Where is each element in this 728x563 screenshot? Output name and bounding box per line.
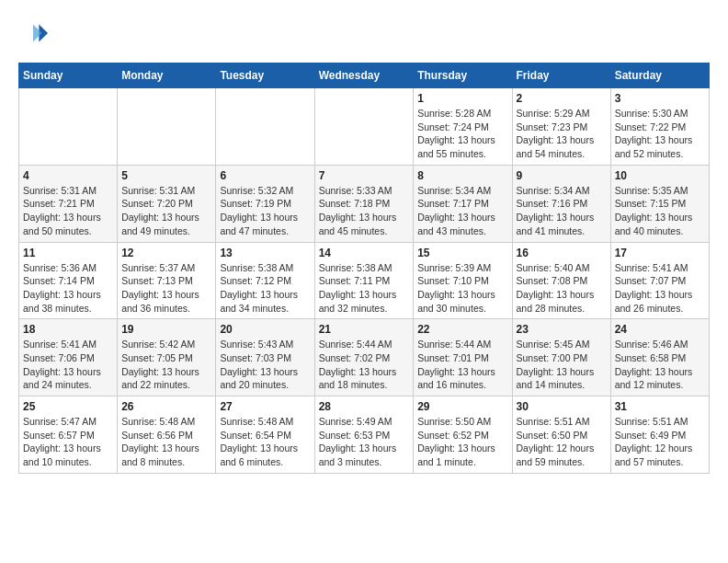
day-info: Sunrise: 5:44 AMSunset: 7:02 PMDaylight:… [319,338,410,392]
day-number: 10 [615,169,705,182]
day-info: Sunrise: 5:41 AMSunset: 7:06 PMDaylight:… [23,338,113,392]
day-number: 25 [23,400,113,413]
calendar-cell: 13Sunrise: 5:38 AMSunset: 7:12 PMDayligh… [216,242,314,319]
day-number: 4 [23,169,113,182]
day-number: 26 [121,400,211,413]
day-header-wednesday: Wednesday [314,63,414,88]
day-number: 18 [23,323,113,336]
calendar-cell: 28Sunrise: 5:49 AMSunset: 6:53 PMDayligh… [314,396,414,474]
calendar-cell [19,88,118,166]
calendar-cell: 29Sunrise: 5:50 AMSunset: 6:52 PMDayligh… [414,396,512,474]
day-header-saturday: Saturday [610,63,709,88]
calendar-cell: 21Sunrise: 5:44 AMSunset: 7:02 PMDayligh… [314,319,414,396]
day-info: Sunrise: 5:40 AMSunset: 7:08 PMDaylight:… [517,261,607,316]
calendar-cell [216,88,314,166]
day-info: Sunrise: 5:34 AMSunset: 7:16 PMDaylight:… [517,184,607,238]
day-info: Sunrise: 5:31 AMSunset: 7:20 PMDaylight:… [121,184,211,238]
calendar-cell: 22Sunrise: 5:44 AMSunset: 7:01 PMDayligh… [414,319,512,396]
calendar-cell: 6Sunrise: 5:32 AMSunset: 7:19 PMDaylight… [216,165,314,242]
day-number: 2 [517,92,607,105]
calendar-cell: 11Sunrise: 5:36 AMSunset: 7:14 PMDayligh… [19,242,118,319]
day-number: 6 [220,169,310,182]
calendar-cell: 4Sunrise: 5:31 AMSunset: 7:21 PMDaylight… [19,165,118,242]
day-number: 1 [417,92,507,105]
day-number: 7 [319,169,410,182]
day-info: Sunrise: 5:44 AMSunset: 7:01 PMDaylight:… [417,338,507,392]
calendar-cell: 10Sunrise: 5:35 AMSunset: 7:15 PMDayligh… [610,165,709,242]
calendar-cell [118,88,216,166]
day-number: 23 [517,323,607,336]
day-info: Sunrise: 5:43 AMSunset: 7:03 PMDaylight:… [220,338,310,392]
day-header-monday: Monday [118,63,216,88]
calendar-body: 1Sunrise: 5:28 AMSunset: 7:24 PMDaylight… [19,88,710,474]
calendar-table: SundayMondayTuesdayWednesdayThursdayFrid… [18,63,710,474]
day-info: Sunrise: 5:30 AMSunset: 7:22 PMDaylight:… [615,107,705,161]
day-number: 22 [417,323,507,336]
calendar-cell: 9Sunrise: 5:34 AMSunset: 7:16 PMDaylight… [512,165,610,242]
calendar-cell: 23Sunrise: 5:45 AMSunset: 7:00 PMDayligh… [512,319,610,396]
calendar-cell [314,88,414,166]
day-number: 20 [220,323,310,336]
page-header [18,18,710,48]
day-info: Sunrise: 5:50 AMSunset: 6:52 PMDaylight:… [417,415,507,469]
calendar-cell: 27Sunrise: 5:48 AMSunset: 6:54 PMDayligh… [216,396,314,474]
calendar-cell: 1Sunrise: 5:28 AMSunset: 7:24 PMDaylight… [414,88,512,166]
day-number: 27 [220,400,310,413]
day-info: Sunrise: 5:48 AMSunset: 6:56 PMDaylight:… [121,415,211,469]
day-number: 29 [417,400,507,413]
day-info: Sunrise: 5:28 AMSunset: 7:24 PMDaylight:… [417,107,507,161]
day-header-tuesday: Tuesday [216,63,314,88]
day-info: Sunrise: 5:47 AMSunset: 6:57 PMDaylight:… [23,415,113,469]
day-info: Sunrise: 5:38 AMSunset: 7:11 PMDaylight:… [319,261,410,316]
day-header-friday: Friday [512,63,610,88]
calendar-cell: 17Sunrise: 5:41 AMSunset: 7:07 PMDayligh… [610,242,709,319]
day-info: Sunrise: 5:29 AMSunset: 7:23 PMDaylight:… [517,107,607,161]
calendar-cell: 14Sunrise: 5:38 AMSunset: 7:11 PMDayligh… [314,242,414,319]
day-info: Sunrise: 5:39 AMSunset: 7:10 PMDaylight:… [417,261,507,316]
calendar-cell: 30Sunrise: 5:51 AMSunset: 6:50 PMDayligh… [512,396,610,474]
calendar-cell: 3Sunrise: 5:30 AMSunset: 7:22 PMDaylight… [610,88,709,166]
day-number: 30 [517,400,607,413]
calendar-cell: 7Sunrise: 5:33 AMSunset: 7:18 PMDaylight… [314,165,414,242]
calendar-cell: 8Sunrise: 5:34 AMSunset: 7:17 PMDaylight… [414,165,512,242]
day-info: Sunrise: 5:38 AMSunset: 7:12 PMDaylight:… [220,261,310,316]
logo [18,18,51,48]
calendar-cell: 16Sunrise: 5:40 AMSunset: 7:08 PMDayligh… [512,242,610,319]
day-number: 8 [417,169,507,182]
calendar-cell: 18Sunrise: 5:41 AMSunset: 7:06 PMDayligh… [19,319,118,396]
week-row-2: 4Sunrise: 5:31 AMSunset: 7:21 PMDaylight… [19,165,710,242]
day-info: Sunrise: 5:31 AMSunset: 7:21 PMDaylight:… [23,184,113,238]
day-info: Sunrise: 5:51 AMSunset: 6:50 PMDaylight:… [517,415,607,469]
day-number: 3 [615,92,705,105]
calendar-cell: 24Sunrise: 5:46 AMSunset: 6:58 PMDayligh… [610,319,709,396]
logo-icon [18,18,48,48]
day-info: Sunrise: 5:46 AMSunset: 6:58 PMDaylight:… [615,338,705,392]
day-number: 5 [121,169,211,182]
day-info: Sunrise: 5:49 AMSunset: 6:53 PMDaylight:… [319,415,410,469]
day-number: 11 [23,247,113,259]
day-info: Sunrise: 5:41 AMSunset: 7:07 PMDaylight:… [615,261,705,316]
day-number: 17 [615,247,705,259]
day-info: Sunrise: 5:35 AMSunset: 7:15 PMDaylight:… [615,184,705,238]
week-row-1: 1Sunrise: 5:28 AMSunset: 7:24 PMDaylight… [19,88,710,166]
day-info: Sunrise: 5:36 AMSunset: 7:14 PMDaylight:… [23,261,113,316]
calendar-cell: 26Sunrise: 5:48 AMSunset: 6:56 PMDayligh… [118,396,216,474]
day-number: 9 [517,169,607,182]
day-number: 24 [615,323,705,336]
day-number: 13 [220,247,310,259]
week-row-3: 11Sunrise: 5:36 AMSunset: 7:14 PMDayligh… [19,242,710,319]
week-row-4: 18Sunrise: 5:41 AMSunset: 7:06 PMDayligh… [19,319,710,396]
day-number: 31 [615,400,705,413]
calendar-cell: 5Sunrise: 5:31 AMSunset: 7:20 PMDaylight… [118,165,216,242]
calendar-header: SundayMondayTuesdayWednesdayThursdayFrid… [19,63,710,88]
header-row: SundayMondayTuesdayWednesdayThursdayFrid… [19,63,710,88]
week-row-5: 25Sunrise: 5:47 AMSunset: 6:57 PMDayligh… [19,396,710,474]
calendar-cell: 15Sunrise: 5:39 AMSunset: 7:10 PMDayligh… [414,242,512,319]
day-info: Sunrise: 5:51 AMSunset: 6:49 PMDaylight:… [615,415,705,469]
day-header-thursday: Thursday [414,63,512,88]
day-number: 28 [319,400,410,413]
day-number: 15 [417,247,507,259]
day-info: Sunrise: 5:42 AMSunset: 7:05 PMDaylight:… [121,338,211,392]
calendar-cell: 19Sunrise: 5:42 AMSunset: 7:05 PMDayligh… [118,319,216,396]
day-info: Sunrise: 5:32 AMSunset: 7:19 PMDaylight:… [220,184,310,238]
